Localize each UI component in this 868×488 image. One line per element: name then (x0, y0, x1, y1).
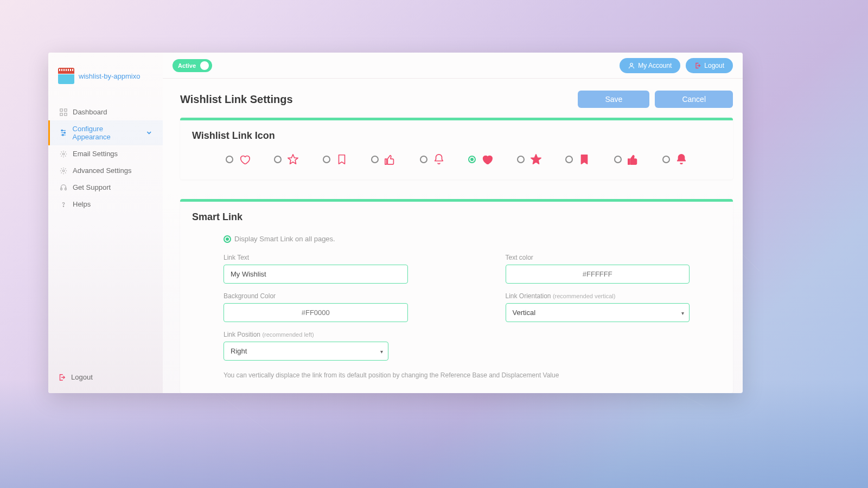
bookmark-filled-icon (578, 153, 590, 165)
bg-color-field: Background Color (224, 292, 408, 322)
radio-icon (226, 156, 233, 163)
sidebar-item-helps[interactable]: Helps (48, 196, 163, 213)
radio-icon (420, 156, 427, 163)
icon-option-thumbsup-filled[interactable] (614, 153, 639, 165)
svg-point-13 (61, 130, 63, 132)
orientation-select[interactable]: Vertical (506, 303, 690, 322)
bell-filled-icon (675, 153, 687, 165)
toggle-knob-icon (200, 61, 209, 70)
heart-filled-icon (481, 153, 493, 165)
brand: wishlist-by-appmixo (48, 68, 163, 94)
sidebar-item-label: Configure Appearance (73, 125, 141, 141)
sidebar-item-label: Get Support (73, 183, 111, 191)
radio-checked-icon (224, 235, 231, 243)
radio-icon (565, 156, 573, 163)
topbar-logout-label: Logout (704, 62, 724, 69)
link-text-input[interactable] (224, 265, 408, 284)
content: Wishlist Link Settings Save Cancel Wishl… (163, 79, 743, 393)
radio-icon (614, 156, 622, 163)
brand-logo-icon (58, 68, 74, 84)
star-outline-icon (287, 153, 299, 165)
smart-link-card: Smart Link Display Smart Link on all pag… (180, 199, 733, 393)
headset-icon (60, 184, 67, 191)
status-toggle[interactable]: Active (173, 59, 212, 72)
svg-rect-9 (65, 113, 67, 115)
main: Active My Account Logout Wishlist Link S… (163, 53, 743, 393)
svg-rect-19 (65, 188, 67, 190)
radio-icon (468, 156, 476, 163)
sliders-icon (60, 129, 67, 137)
thumbsup-outline-icon (384, 153, 396, 165)
svg-point-17 (62, 170, 65, 172)
bell-outline-icon (433, 153, 445, 165)
field-label: Link Text (224, 254, 408, 261)
radio-icon (517, 156, 525, 163)
page-title: Wishlist Link Settings (180, 93, 293, 106)
my-account-label: My Account (638, 62, 672, 69)
icon-option-thumbsup-outline[interactable] (371, 153, 396, 165)
cancel-button[interactable]: Cancel (655, 91, 733, 108)
display-all-pages-checkbox[interactable]: Display Smart Link on all pages. (224, 235, 690, 243)
text-color-input[interactable] (506, 265, 690, 284)
sidebar-item-label: Dashboard (73, 108, 107, 116)
icon-option-bell-filled[interactable] (662, 153, 687, 165)
question-icon (60, 201, 67, 208)
sidebar-item-get-support[interactable]: Get Support (48, 179, 163, 196)
icon-option-bookmark-outline[interactable] (323, 153, 348, 165)
text-color-field: Text color (506, 254, 690, 284)
heart-outline-icon (239, 153, 251, 165)
sidebar-item-label: Advanced Settings (73, 166, 131, 175)
svg-point-16 (62, 153, 65, 155)
field-label: Text color (506, 254, 690, 261)
sidebar-logout-button[interactable]: Logout (58, 373, 153, 381)
sidebar-item-advanced-settings[interactable]: Advanced Settings (48, 162, 163, 179)
star-filled-icon (530, 153, 542, 165)
brand-name: wishlist-by-appmixo (79, 72, 140, 80)
icon-option-row (192, 153, 721, 165)
icon-option-bookmark-filled[interactable] (565, 153, 590, 165)
sidebar: wishlist-by-appmixo Dashboard Configure … (48, 53, 163, 393)
thumbsup-filled-icon (627, 153, 639, 165)
position-select[interactable]: Right (224, 342, 388, 361)
orientation-field: Link Orientation (recommended vertical) … (506, 292, 690, 322)
svg-rect-7 (65, 108, 67, 111)
icon-option-heart-outline[interactable] (226, 153, 251, 165)
field-label: Background Color (224, 292, 408, 300)
sidebar-bottom: Logout (48, 367, 163, 393)
position-field: Link Position (recommended left) Right (224, 331, 408, 361)
wishlist-icon-card: Wishlist Link Icon (180, 118, 733, 179)
sidebar-item-configure-appearance[interactable]: Configure Appearance (48, 120, 163, 145)
icon-option-bell-outline[interactable] (420, 153, 445, 165)
topbar: Active My Account Logout (163, 53, 743, 79)
sidebar-item-label: Email Settings (73, 150, 118, 158)
logout-icon (694, 62, 701, 69)
sidebar-item-email-settings[interactable]: Email Settings (48, 145, 163, 162)
icon-option-star-outline[interactable] (274, 153, 299, 165)
page-head: Wishlist Link Settings Save Cancel (180, 91, 733, 108)
bookmark-outline-icon (336, 153, 348, 165)
svg-rect-6 (60, 108, 62, 111)
svg-point-14 (64, 132, 66, 134)
icon-option-heart-filled[interactable] (468, 153, 493, 165)
chevron-down-icon (145, 129, 153, 137)
svg-rect-8 (60, 113, 62, 115)
field-label: Link Position (recommended left) (224, 331, 408, 338)
svg-rect-18 (61, 188, 62, 190)
sidebar-nav: Dashboard Configure Appearance Email Set… (48, 104, 163, 367)
card-title: Wishlist Link Icon (192, 130, 721, 142)
app-window: wishlist-by-appmixo Dashboard Configure … (48, 53, 743, 393)
topbar-logout-button[interactable]: Logout (686, 58, 733, 73)
svg-point-21 (630, 63, 633, 66)
my-account-button[interactable]: My Account (620, 58, 680, 73)
bg-color-input[interactable] (224, 303, 408, 322)
user-icon (628, 62, 635, 69)
radio-icon (274, 156, 282, 163)
icon-option-star-filled[interactable] (517, 153, 542, 165)
gear-icon (60, 150, 67, 158)
logout-icon (58, 374, 66, 381)
display-all-pages-label: Display Smart Link on all pages. (234, 235, 335, 243)
save-button[interactable]: Save (578, 91, 649, 108)
sidebar-logout-label: Logout (71, 373, 93, 381)
gear-icon (60, 167, 67, 175)
sidebar-item-dashboard[interactable]: Dashboard (48, 104, 163, 120)
